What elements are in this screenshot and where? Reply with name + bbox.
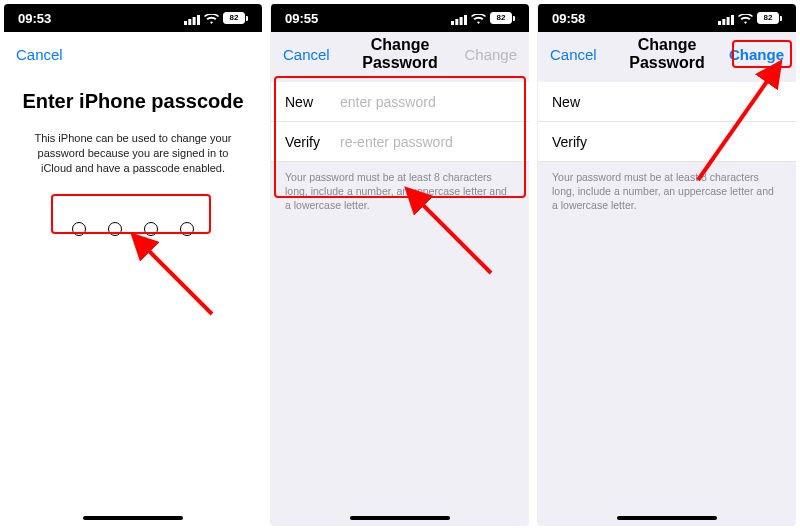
- status-bar: 09:55 82: [271, 4, 529, 32]
- new-password-row: New: [538, 82, 796, 122]
- status-bar: 09:53 82: [4, 4, 262, 32]
- form-body: New Verify Your password must be at leas…: [538, 76, 796, 526]
- verify-password-row: Verify: [271, 122, 529, 162]
- page-description: This iPhone can be used to change your p…: [22, 131, 244, 176]
- cancel-button[interactable]: Cancel: [16, 46, 72, 63]
- verify-password-label: Verify: [552, 134, 607, 150]
- password-requirements-note: Your password must be at least 8 charact…: [271, 162, 529, 213]
- svg-line-4: [148, 250, 212, 314]
- svg-rect-0: [184, 21, 187, 25]
- status-right: 82: [718, 12, 782, 24]
- password-group: New Verify: [271, 82, 529, 162]
- new-password-row: New: [271, 82, 529, 122]
- status-time: 09:58: [552, 11, 585, 26]
- svg-line-9: [422, 204, 491, 273]
- battery-level: 82: [490, 12, 512, 24]
- signal-icon: [184, 13, 200, 24]
- status-right: 82: [451, 12, 515, 24]
- nav-bar: Cancel Change Password Change: [271, 32, 529, 76]
- wifi-icon: [204, 13, 219, 24]
- signal-icon: [451, 13, 467, 24]
- battery-icon: 82: [757, 12, 782, 24]
- annotation-arrow-icon: [134, 236, 224, 326]
- svg-rect-11: [722, 19, 725, 25]
- signal-icon: [718, 13, 734, 24]
- svg-rect-3: [197, 15, 200, 25]
- wifi-icon: [738, 13, 753, 24]
- passcode-dot: [108, 222, 122, 236]
- new-password-field[interactable]: [607, 94, 782, 110]
- svg-rect-5: [451, 21, 454, 25]
- svg-rect-13: [731, 15, 734, 25]
- home-indicator: [350, 516, 450, 520]
- password-requirements-note: Your password must be at least 8 charact…: [538, 162, 796, 213]
- change-button[interactable]: Change: [728, 46, 784, 63]
- cancel-button[interactable]: Cancel: [283, 46, 339, 63]
- status-time: 09:53: [18, 11, 51, 26]
- svg-rect-6: [455, 19, 458, 25]
- wifi-icon: [471, 13, 486, 24]
- new-password-label: New: [552, 94, 607, 110]
- verify-password-label: Verify: [285, 134, 340, 150]
- svg-rect-1: [188, 19, 191, 25]
- form-body: New Verify Your password must be at leas…: [271, 76, 529, 526]
- battery-icon: 82: [490, 12, 515, 24]
- nav-title: Change Password: [339, 36, 461, 72]
- svg-rect-10: [718, 21, 721, 25]
- verify-password-row: Verify: [538, 122, 796, 162]
- status-time: 09:55: [285, 11, 318, 26]
- new-password-field[interactable]: [340, 94, 515, 110]
- svg-rect-7: [460, 17, 463, 25]
- svg-rect-2: [193, 17, 196, 25]
- page-title: Enter iPhone passcode: [22, 90, 244, 113]
- verify-password-field[interactable]: [607, 134, 782, 150]
- battery-level: 82: [757, 12, 779, 24]
- passcode-dot: [144, 222, 158, 236]
- passcode-dot: [180, 222, 194, 236]
- svg-rect-12: [727, 17, 730, 25]
- home-indicator: [617, 516, 717, 520]
- passcode-content: Enter iPhone passcode This iPhone can be…: [4, 76, 262, 526]
- nav-bar: Cancel: [4, 32, 262, 76]
- nav-title: Change Password: [606, 36, 728, 72]
- password-group: New Verify: [538, 82, 796, 162]
- change-button[interactable]: Change: [461, 46, 517, 63]
- status-right: 82: [184, 12, 248, 24]
- verify-password-field[interactable]: [340, 134, 515, 150]
- battery-level: 82: [223, 12, 245, 24]
- battery-icon: 82: [223, 12, 248, 24]
- home-indicator: [83, 516, 183, 520]
- status-bar: 09:58 82: [538, 4, 796, 32]
- screen-change-password-empty: 09:55 82 Cancel Change Password Change N…: [270, 4, 529, 526]
- passcode-dots[interactable]: [58, 212, 208, 246]
- new-password-label: New: [285, 94, 340, 110]
- screen-change-password-ready: 09:58 82 Cancel Change Password Change N…: [537, 4, 796, 526]
- screen-passcode: 09:53 82 Cancel Enter iPhone passcode Th…: [4, 4, 262, 526]
- svg-rect-8: [464, 15, 467, 25]
- passcode-dot: [72, 222, 86, 236]
- nav-bar: Cancel Change Password Change: [538, 32, 796, 76]
- cancel-button[interactable]: Cancel: [550, 46, 606, 63]
